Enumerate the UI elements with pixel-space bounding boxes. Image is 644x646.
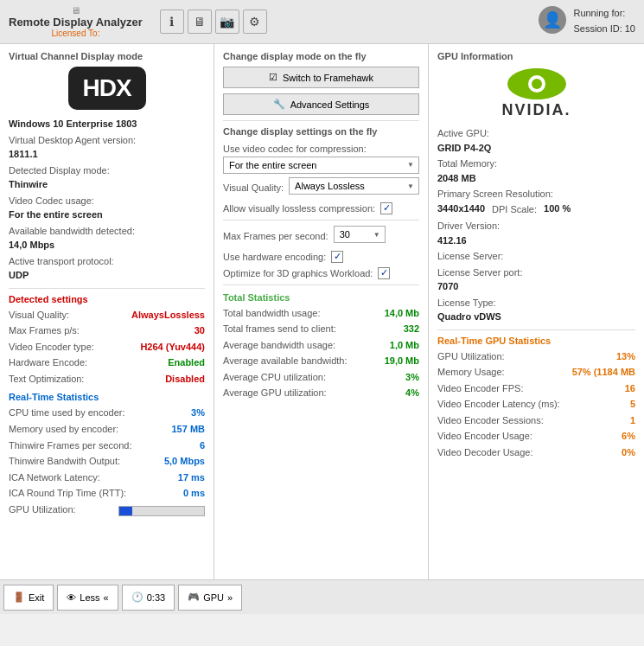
timer-value: 0:33: [147, 592, 165, 603]
mid-top-title: Change display mode on the fly: [223, 51, 419, 61]
dpi-label: DPI Scale:: [492, 202, 537, 217]
hw-encode-value: Enabled: [168, 355, 205, 371]
lossless-checkbox[interactable]: ✓: [380, 202, 392, 214]
max-frames-row: Max Frames p/s: 30: [9, 323, 205, 339]
fps-select[interactable]: 30: [334, 226, 386, 243]
exit-label: Exit: [29, 592, 44, 603]
codec-select-wrapper[interactable]: For the entire screen: [223, 157, 419, 174]
info-button[interactable]: ℹ: [160, 10, 184, 34]
avg-gpu-row: Average GPU utilization: 4%: [223, 386, 419, 401]
vq-select-wrapper[interactable]: Always Lossless: [289, 177, 419, 195]
enc-fps-value: 16: [625, 381, 635, 397]
session-id-label: Session ID:: [573, 23, 622, 34]
fps-select-wrapper[interactable]: 30: [334, 226, 386, 243]
gpu-bar-track: [118, 506, 205, 516]
nvidia-eye-icon: [507, 67, 567, 101]
mem-usage-row: Memory Usage: 57% (1184 MB: [437, 365, 635, 381]
avg-gpu-label: Average GPU utilization:: [223, 386, 327, 401]
text-opt-row: Text Optimization: Disabled: [9, 372, 205, 387]
license-type: License Type: Quadro vDWS: [437, 296, 635, 324]
advanced-settings-button[interactable]: 🔧 Advanced Settings: [223, 93, 419, 115]
svg-point-4: [532, 79, 542, 89]
lic-port-label: License Server port:: [437, 265, 635, 280]
resolution-value: 3440x1440: [437, 201, 485, 216]
vq-select[interactable]: Always Lossless: [289, 177, 419, 195]
vcd-section-title: Virtual Channel Display mode: [9, 51, 205, 61]
total-stats-title: Total Statistics: [223, 292, 419, 303]
ica-rtt-row: ICA Round Trip Time (RTT): 0 ms: [9, 486, 205, 502]
codec-label: Video Codec usage:: [9, 194, 205, 208]
vis-quality-label: Visual Quality:: [9, 308, 69, 323]
mid-panel: Change display mode on the fly ☑ Switch …: [214, 44, 429, 579]
optimize-3d-checkbox[interactable]: ✓: [378, 267, 390, 279]
hdx-logo: HDX: [68, 67, 146, 110]
gpu-util-row: GPU Utilization:: [9, 502, 205, 518]
active-gpu-label: Active GPU:: [437, 126, 635, 141]
hw-encoding-checkbox[interactable]: ✓: [331, 251, 343, 263]
enc-usage-value: 6%: [622, 429, 635, 445]
codec-select[interactable]: For the entire screen: [223, 157, 419, 174]
less-label: Less: [80, 592, 99, 603]
frames-sent-label: Total frames send to client:: [223, 322, 336, 337]
enc-lat-value: 5: [630, 397, 635, 413]
vis-quality-row: Visual Quality: AlwaysLossless: [9, 308, 205, 323]
main-content: Virtual Channel Display mode HDX Windows…: [0, 44, 644, 579]
encoder-type-label: Video Encoder type:: [9, 340, 94, 355]
tw-bw-label: Thinwire Bandwith Output:: [9, 454, 120, 470]
display-button[interactable]: 🖥: [188, 10, 212, 34]
exit-button[interactable]: 🚪 Exit: [3, 585, 54, 611]
capture-button[interactable]: 📷: [215, 10, 239, 34]
lic-type-label: License Type:: [437, 296, 635, 310]
license-server: License Server:: [437, 249, 635, 264]
bottom-bar: 🚪 Exit 👁 Less « 🕐 0:33 🎮 GPU »: [0, 579, 644, 614]
codec-select-row: Use video codec for compression: For the…: [223, 142, 419, 174]
less-button[interactable]: 👁 Less «: [57, 585, 118, 611]
chevron-right-icon: »: [227, 592, 233, 603]
mem-encoder-row: Memory used by encoder: 157 MB: [9, 422, 205, 438]
avg-bw-value: 1,0 Mb: [390, 338, 419, 354]
clock-icon: 🕐: [131, 592, 143, 603]
text-opt-value: Disabled: [165, 372, 205, 387]
transport-value: UDP: [9, 268, 205, 283]
total-mem-label: Total Memory:: [437, 157, 635, 171]
gpu-stats-title: Real-Time GPU Statistics: [437, 336, 635, 346]
realtime-stats-title: Real-Time Statistics: [9, 392, 205, 402]
session-info: Running for: Session ID: 10: [573, 6, 635, 36]
total-memory: Total Memory: 2048 MB: [437, 157, 635, 185]
resolution-label: Primary Screen Resolution:: [437, 187, 635, 201]
enc-fps-row: Video Encoder FPS: 16: [437, 381, 635, 397]
avg-avail-bw-label: Average available bandwidth:: [223, 354, 348, 369]
eye-icon: 👁: [67, 592, 76, 603]
bw-label: Available bandwidth detected:: [9, 224, 205, 239]
hw-encoding-row: Use hardware encoding: ✓: [223, 251, 419, 263]
bandwidth: Available bandwidth detected: 14,0 Mbps: [9, 224, 205, 253]
frames-sent-row: Total frames send to client: 332: [223, 322, 419, 337]
mem-usage-label: Memory Usage:: [437, 365, 505, 381]
max-fps-label: Max Frames per second:: [223, 231, 328, 241]
left-panel: Virtual Channel Display mode HDX Windows…: [0, 44, 214, 579]
settings-button[interactable]: ⚙: [243, 10, 267, 34]
enc-sessions-row: Video Encoder Sessions: 1: [437, 413, 635, 429]
driver-info: Driver Version: 412.16: [437, 219, 635, 247]
enc-fps-label: Video Encoder FPS:: [437, 381, 523, 397]
chevron-left-icon: «: [104, 592, 109, 603]
cpu-encoder-row: CPU time used by encoder: 3%: [9, 406, 205, 421]
framehawk-label: Switch to Framehawk: [283, 73, 373, 83]
cpu-enc-value: 3%: [191, 406, 205, 421]
framehawk-button[interactable]: ☑ Switch to Framehawk: [223, 67, 419, 88]
top-bar: 🖥 Remote Display Analyzer Licensed To: ℹ…: [0, 0, 644, 44]
avg-bw-label: Average bandwidth usage:: [223, 338, 335, 354]
det-display-value: Thinwire: [9, 177, 205, 192]
dec-usage-row: Video Decoder Usage: 0%: [437, 445, 635, 461]
gpu-bar-fill: [119, 507, 132, 515]
max-fps-row: Max Frames per second: 30: [223, 226, 419, 246]
os-value: Windows 10 Enterprise 1803: [9, 117, 205, 131]
lossless-label: Allow visually lossless compression:: [223, 203, 375, 214]
tw-bw-value: 5,0 Mbps: [164, 454, 205, 470]
tw-fps-label: Thinwire Frames per second:: [9, 438, 131, 454]
user-avatar: 👤: [539, 6, 566, 34]
opt3d-label: Optimize for 3D graphics Workload:: [223, 268, 373, 278]
max-frames-label: Max Frames p/s:: [9, 323, 80, 339]
cpu-enc-label: CPU time used by encoder:: [9, 406, 125, 421]
gpu-button[interactable]: 🎮 GPU »: [178, 585, 242, 611]
